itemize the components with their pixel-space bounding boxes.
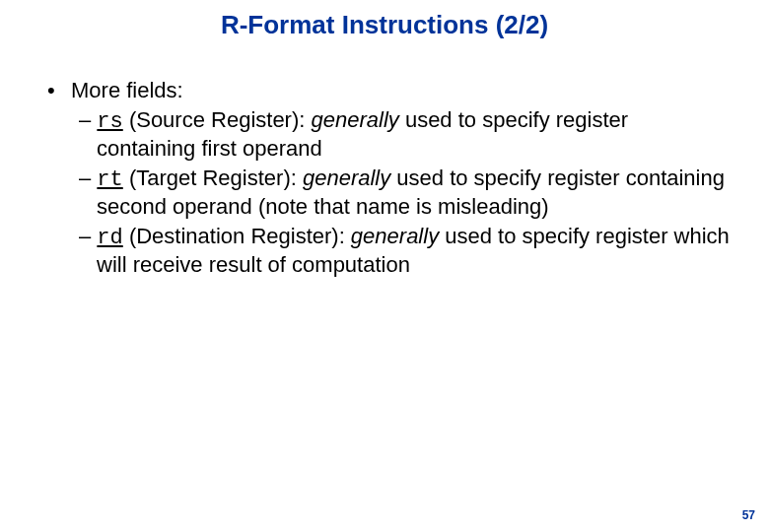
slide: R-Format Instructions (2/2) •More fields… [0, 0, 769, 532]
bullet-level2-rt: – rt (Target Register): generally used t… [47, 165, 730, 221]
page-number: 57 [742, 508, 755, 522]
rt-generally: generally [303, 166, 390, 190]
code-rt: rt [97, 167, 122, 192]
rs-label: (Source Register): [123, 107, 312, 132]
rd-generally: generally [351, 224, 439, 248]
bullet-level1: •More fields: [47, 77, 730, 104]
rs-generally: generally [312, 107, 399, 132]
slide-title: R-Format Instructions (2/2) [0, 10, 769, 40]
bullet-level1-text: More fields: [71, 78, 183, 102]
slide-body: •More fields: – rs (Source Register): ge… [47, 77, 730, 279]
rd-label: (Destination Register): [123, 224, 351, 248]
bullet-level2-rs: – rs (Source Register): generally used t… [47, 106, 730, 163]
code-rs: rs [97, 109, 122, 134]
bullet-dot-icon: • [47, 77, 71, 104]
rt-label: (Target Register): [123, 166, 303, 190]
dash-icon: – [79, 224, 97, 248]
dash-icon: – [79, 107, 97, 132]
dash-icon: – [79, 166, 97, 190]
bullet-level2-rd: – rd (Destination Register): generally u… [47, 223, 730, 279]
code-rd: rd [97, 226, 122, 250]
